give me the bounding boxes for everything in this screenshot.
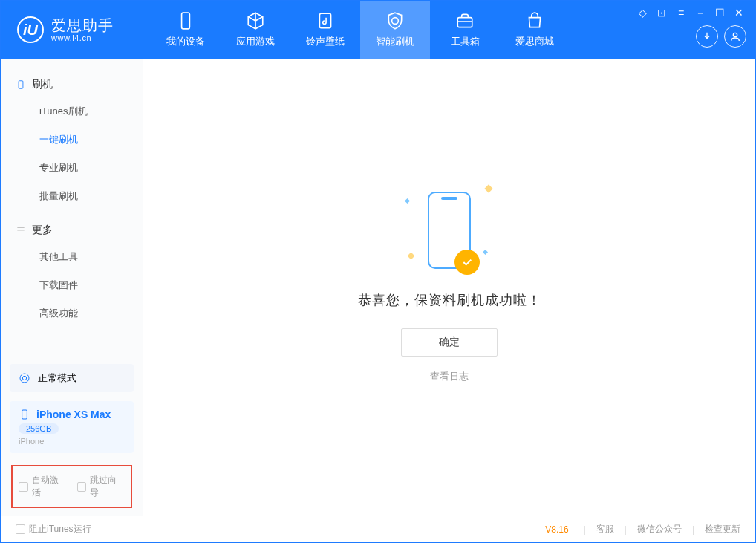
separator: |	[625, 524, 627, 535]
checkbox-label: 自动激活	[32, 474, 67, 499]
sidebar-item-batch[interactable]: 批量刷机	[1, 182, 143, 210]
sidebar-section-more: 更多	[1, 218, 143, 243]
update-link[interactable]: 检查更新	[705, 523, 740, 536]
svg-point-5	[20, 374, 29, 383]
user-button[interactable]	[724, 25, 746, 48]
sidebar-section-title: 更多	[32, 224, 53, 237]
sidebar-item-pro[interactable]: 专业刷机	[1, 154, 143, 182]
svg-point-3	[733, 33, 737, 36]
checkbox-label: 跳过向导	[90, 474, 125, 499]
success-badge-icon	[454, 250, 480, 275]
download-button[interactable]	[696, 25, 718, 48]
svg-rect-2	[457, 18, 472, 27]
cube-icon	[246, 11, 265, 30]
status-bar: 阻止iTunes运行 V8.16 | 客服 | 微信公众号 | 检查更新	[1, 516, 755, 542]
svg-rect-0	[182, 13, 190, 29]
close-button[interactable]: ✕	[733, 7, 745, 20]
wechat-link[interactable]: 微信公众号	[637, 523, 682, 536]
device-mode-card[interactable]: 正常模式	[10, 364, 134, 392]
body: 刷机 iTunes刷机 一键刷机 专业刷机 批量刷机 更多 其他工具 下载固件 …	[1, 59, 755, 516]
sparkle-icon	[405, 198, 410, 203]
flash-options-highlighted: 自动激活 跳过向导	[11, 465, 132, 508]
version-label: V8.16	[545, 524, 568, 535]
phone-small-icon	[19, 409, 30, 420]
tab-label: 爱思商城	[515, 35, 554, 48]
device-name: iPhone XS Max	[36, 409, 111, 420]
sidebar-item-other[interactable]: 其他工具	[1, 243, 143, 271]
tab-ringtone[interactable]: 铃声壁纸	[290, 1, 360, 59]
app-subtitle: www.i4.cn	[51, 33, 114, 42]
tab-label: 铃声壁纸	[306, 35, 345, 48]
main-content: 恭喜您，保资料刷机成功啦！ 确定 查看日志	[143, 59, 755, 516]
support-link[interactable]: 客服	[596, 523, 614, 536]
phone-illustration	[428, 192, 471, 269]
checkbox-icon	[19, 482, 28, 492]
sparkle-icon	[483, 249, 488, 254]
app-window: ◇ ⊡ ≡ － ☐ ✕ iU 爱思助手 www.i4.cn 我的设备 应用游戏	[0, 0, 756, 543]
svg-rect-6	[22, 410, 27, 419]
ok-button[interactable]: 确定	[401, 328, 498, 357]
sidebar-item-firmware[interactable]: 下载固件	[1, 271, 143, 299]
device-capacity: 256GB	[19, 423, 59, 434]
phone-outline-icon	[16, 79, 26, 90]
device-info-card[interactable]: iPhone XS Max 256GB iPhone	[10, 401, 134, 453]
tab-store[interactable]: 爱思商城	[500, 1, 570, 59]
device-type: iPhone	[19, 437, 125, 446]
phone-icon	[176, 11, 195, 30]
tab-label: 工具箱	[451, 35, 480, 48]
checkbox-icon	[16, 524, 25, 534]
sidebar-item-itunes[interactable]: iTunes刷机	[1, 97, 143, 126]
sidebar-item-advanced[interactable]: 高级功能	[1, 299, 143, 328]
shield-sync-icon	[385, 11, 405, 30]
tab-device[interactable]: 我的设备	[151, 1, 221, 59]
device-mode-label: 正常模式	[38, 371, 76, 385]
sidebar: 刷机 iTunes刷机 一键刷机 专业刷机 批量刷机 更多 其他工具 下载固件 …	[1, 59, 143, 516]
bag-icon	[525, 11, 544, 30]
separator: |	[692, 524, 694, 535]
checkbox-block-itunes[interactable]: 阻止iTunes运行	[16, 523, 91, 536]
app-title: 爱思助手	[51, 17, 114, 33]
maximize-button[interactable]: ☐	[714, 7, 726, 20]
list-icon	[16, 225, 26, 235]
svg-rect-4	[19, 81, 23, 89]
checkbox-icon	[77, 482, 87, 492]
tab-label: 我的设备	[166, 35, 205, 48]
music-file-icon	[316, 11, 335, 30]
tab-label: 应用游戏	[236, 35, 275, 48]
checkbox-label: 阻止iTunes运行	[29, 523, 91, 536]
checkbox-auto-activate[interactable]: 自动激活	[19, 474, 67, 499]
app-logo: iU 爱思助手 www.i4.cn	[17, 16, 151, 43]
logo-icon: iU	[17, 16, 44, 43]
svg-rect-1	[319, 13, 330, 28]
minimize-button[interactable]: －	[694, 7, 706, 20]
feedback-icon[interactable]: ⊡	[656, 7, 668, 20]
sidebar-section-title: 刷机	[32, 78, 53, 91]
success-message: 恭喜您，保资料刷机成功啦！	[358, 291, 541, 309]
sparkle-icon	[408, 252, 415, 259]
checkbox-skip-wizard[interactable]: 跳过向导	[77, 474, 126, 499]
tab-apps[interactable]: 应用游戏	[221, 1, 290, 59]
success-graphic	[428, 192, 471, 269]
main-tabs: 我的设备 应用游戏 铃声壁纸 智能刷机 工具箱 爱思商城	[151, 1, 570, 59]
toolbox-icon	[455, 11, 475, 30]
shirt-icon[interactable]: ◇	[636, 7, 648, 20]
sparkle-icon	[484, 184, 492, 192]
separator: |	[584, 524, 586, 535]
sync-icon	[19, 372, 30, 384]
tab-flash[interactable]: 智能刷机	[360, 1, 430, 59]
window-controls: ◇ ⊡ ≡ － ☐ ✕	[636, 7, 745, 20]
sidebar-section-flash: 刷机	[1, 72, 143, 97]
menu-icon[interactable]: ≡	[675, 7, 687, 20]
tab-toolbox[interactable]: 工具箱	[430, 1, 500, 59]
sidebar-item-oneclick[interactable]: 一键刷机	[1, 126, 143, 154]
view-log-link[interactable]: 查看日志	[430, 370, 469, 383]
tab-label: 智能刷机	[376, 35, 414, 48]
